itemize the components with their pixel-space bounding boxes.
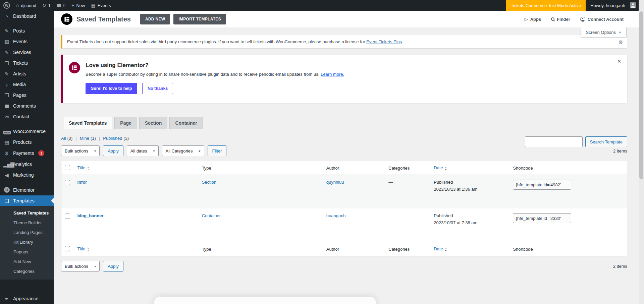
column-title[interactable]: Title▲▼ bbox=[74, 161, 199, 175]
sidebar-item-posts[interactable]: ✎ Posts bbox=[0, 25, 54, 36]
sidebar-item-artists[interactable]: ✎ Artists bbox=[0, 68, 54, 79]
select-all-checkbox[interactable] bbox=[65, 165, 70, 170]
submenu-landing-pages[interactable]: Landing Pages bbox=[0, 228, 54, 237]
howdy-user[interactable]: Howdy, hoanganh bbox=[590, 3, 625, 8]
column-date[interactable]: Date▲▼ bbox=[430, 161, 509, 175]
bulk-actions-select[interactable]: Bulk actions ▾ bbox=[61, 261, 100, 271]
account-icon bbox=[580, 17, 585, 22]
view-published-link[interactable]: Published bbox=[103, 136, 122, 141]
accept-feedback-button[interactable]: Sure! I'd love to help bbox=[86, 83, 137, 94]
template-type-link[interactable]: Section bbox=[202, 180, 216, 185]
decline-feedback-button[interactable]: No thanks bbox=[142, 83, 173, 94]
add-new-button[interactable]: ADD NEW bbox=[140, 14, 170, 24]
table-row: Infor Section quynhluu — Published 2023/… bbox=[61, 175, 627, 209]
tab-section[interactable]: Section bbox=[139, 117, 168, 129]
submenu-add-new[interactable]: Add New bbox=[0, 257, 54, 266]
close-icon[interactable]: ✕ bbox=[617, 59, 621, 64]
sidebar-item-tickets[interactable]: ❒ Tickets bbox=[0, 58, 54, 68]
sidebar-item-analytics[interactable]: ▂▅▇ Analytics bbox=[0, 159, 54, 170]
page-title: Saved Templates bbox=[76, 15, 131, 23]
row-checkbox[interactable] bbox=[65, 180, 70, 185]
apply-button[interactable]: Apply bbox=[103, 145, 123, 156]
items-count: 2 items bbox=[613, 148, 627, 154]
screen-options-toggle[interactable]: Screen Options ▼ bbox=[581, 27, 627, 38]
import-templates-button[interactable]: IMPORT TEMPLATES bbox=[173, 14, 226, 24]
notice-title: Love using Elementor? bbox=[86, 62, 344, 69]
template-type-link[interactable]: Container bbox=[202, 213, 221, 218]
submenu-kit-library[interactable]: Kit Library bbox=[0, 237, 54, 247]
apply-button[interactable]: Apply bbox=[103, 261, 123, 271]
scrollbar-thumb[interactable] bbox=[639, 11, 643, 179]
filter-button[interactable]: Filter bbox=[208, 145, 227, 156]
submenu-popups[interactable]: Popups bbox=[0, 247, 54, 257]
sidebar-item-products[interactable]: ▤ Products bbox=[0, 137, 54, 147]
categories-filter-select[interactable]: All Categories ▾ bbox=[162, 145, 204, 156]
pin-icon: ✎ bbox=[3, 28, 10, 34]
user-avatar[interactable] bbox=[630, 2, 636, 8]
admin-bar-comments[interactable]: 0 bbox=[57, 3, 65, 8]
sidebar-item-dashboard[interactable]: ◔ Dashboard bbox=[0, 11, 54, 21]
sidebar-item-payments[interactable]: $ Payments 1 bbox=[0, 147, 54, 159]
templates-table: Title▲▼ Type Author Categories Date▲▼ Sh… bbox=[61, 161, 627, 256]
template-title-link[interactable]: blog_banner bbox=[77, 213, 104, 218]
tab-page[interactable]: Page bbox=[114, 117, 137, 129]
finder-menu-item[interactable]: Finder bbox=[551, 17, 570, 22]
event-tickets-plus-link[interactable]: Event Tickets Plus bbox=[366, 39, 402, 44]
menu-separator bbox=[0, 21, 54, 25]
admin-bar-events[interactable]: ▦ Events bbox=[91, 3, 111, 8]
dashboard-icon: ◔ bbox=[3, 14, 10, 19]
view-all-link[interactable]: All bbox=[61, 136, 66, 141]
bottom-sheet-peek bbox=[154, 297, 376, 304]
menu-separator bbox=[0, 180, 54, 184]
sidebar-item-pages[interactable]: ❐ Pages bbox=[0, 90, 54, 101]
dismiss-notice-icon[interactable]: ⊗ bbox=[619, 39, 623, 45]
tab-saved-templates[interactable]: Saved Templates bbox=[63, 117, 112, 129]
admin-bar-new[interactable]: + New bbox=[71, 3, 85, 8]
wordpress-logo-icon[interactable]: W bbox=[3, 2, 10, 9]
tab-container[interactable]: Container bbox=[169, 117, 203, 129]
sidebar-item-contact[interactable]: ✉ Contact bbox=[0, 111, 54, 122]
learn-more-link[interactable]: Learn more. bbox=[321, 72, 344, 77]
submenu-theme-builder[interactable]: Theme Builder bbox=[0, 218, 54, 228]
sidebar-item-appearance[interactable]: ✒ Appearance bbox=[0, 293, 54, 304]
submenu-saved-templates[interactable]: Saved Templates bbox=[0, 208, 54, 218]
page-scrollbar[interactable] bbox=[639, 0, 644, 304]
tickets-commerce-test-mode-badge[interactable]: Tickets Commerce Test Mode Active bbox=[506, 0, 586, 11]
bulk-actions-select[interactable]: Bulk actions ▾ bbox=[61, 145, 100, 156]
megaphone-icon: ◀ bbox=[3, 173, 10, 178]
author-link[interactable]: quynhluu bbox=[326, 180, 344, 185]
submenu-categories[interactable]: Categories bbox=[0, 266, 54, 276]
column-shortcode: Shortcode bbox=[509, 242, 627, 256]
sidebar-item-templates[interactable]: ❏ Templates bbox=[0, 195, 54, 206]
apps-icon: ▷ bbox=[525, 17, 528, 22]
sidebar-item-woocommerce[interactable]: WOO WooCommerce bbox=[0, 126, 54, 137]
admin-bar: W ⌂ djsound ↻ 1 0 + New ▦ Events Tickets… bbox=[0, 0, 644, 11]
column-title[interactable]: Title▲▼ bbox=[74, 242, 199, 256]
template-title-link[interactable]: Infor bbox=[77, 180, 87, 185]
events-calendar-icon: ▦ bbox=[91, 3, 95, 8]
admin-bar-updates[interactable]: ↻ 1 bbox=[42, 3, 51, 8]
row-checkbox[interactable] bbox=[65, 214, 70, 219]
sidebar-item-services[interactable]: ✎ Services bbox=[0, 47, 54, 58]
sidebar-item-elementor[interactable]: Elementor bbox=[0, 184, 54, 195]
sidebar-item-events[interactable]: ▦ Events bbox=[0, 36, 54, 47]
apps-menu-item[interactable]: ▷ Apps bbox=[525, 17, 541, 22]
connect-account-menu-item[interactable]: Connect Account bbox=[580, 17, 624, 22]
chevron-down-icon: ▾ bbox=[153, 149, 155, 153]
select-all-checkbox[interactable] bbox=[65, 246, 70, 251]
sidebar-item-media[interactable]: ♪ Media bbox=[0, 79, 54, 90]
active-menu-notch bbox=[48, 198, 54, 203]
sidebar-item-marketing[interactable]: ◀ Marketing bbox=[0, 170, 54, 180]
admin-bar-site-name[interactable]: ⌂ djsound bbox=[16, 3, 36, 8]
sidebar-item-comments[interactable]: Comments bbox=[0, 101, 54, 111]
shortcode-input[interactable] bbox=[513, 213, 571, 223]
brush-icon: ✒ bbox=[3, 296, 10, 301]
sort-icon: ▲▼ bbox=[87, 247, 90, 252]
dates-filter-select[interactable]: All dates ▾ bbox=[127, 145, 159, 156]
list-toolbar-top: Bulk actions ▾ Apply All dates ▾ All Cat… bbox=[61, 145, 627, 156]
view-mine-link[interactable]: Mine bbox=[80, 136, 89, 141]
author-link[interactable]: hoanganh bbox=[326, 213, 346, 218]
date-value: 2023/10/13 at 1:36 am bbox=[434, 187, 506, 192]
column-date[interactable]: Date▲▼ bbox=[430, 242, 509, 256]
shortcode-input[interactable] bbox=[513, 180, 571, 190]
